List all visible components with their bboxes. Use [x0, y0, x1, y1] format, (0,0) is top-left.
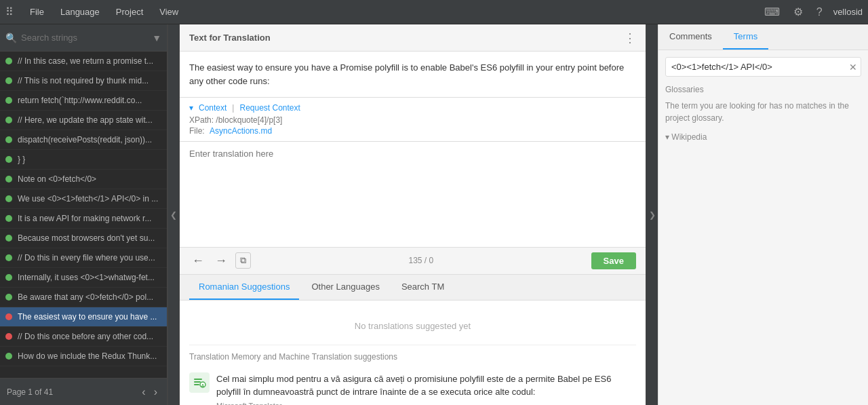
list-item-label: // Do this in every file where you use..…	[18, 253, 155, 263]
file-link[interactable]: AsyncActions.md	[210, 126, 272, 136]
wikipedia-section: ▾ Wikipedia	[665, 132, 861, 142]
tab-romanian-suggestions[interactable]: Romanian Suggestions	[189, 275, 299, 300]
no-suggestions-text: No translations suggested yet	[189, 307, 636, 345]
list-item[interactable]: Internally, it uses <0><1>whatwg-fet...	[0, 268, 167, 288]
list-item[interactable]: Because most browsers don't yet su...	[0, 229, 167, 248]
status-dot	[5, 195, 12, 202]
pagination-nav: ‹ ›	[139, 385, 160, 400]
status-dot	[5, 156, 12, 163]
list-item-label: Because most browsers don't yet su...	[18, 233, 155, 243]
tab-terms[interactable]: Terms	[723, 24, 768, 50]
tab-search-tm[interactable]: Search TM	[392, 275, 454, 300]
tm-suggestion-content: Cel mai simplu mod pentru a vă asigura c…	[216, 372, 636, 406]
grid-icon[interactable]: ⠿	[5, 5, 14, 18]
wikipedia-toggle[interactable]: ▾ Wikipedia	[665, 132, 861, 142]
list-item-label: // Do this once before any other cod...	[18, 332, 153, 341]
left-panel: 🔍 ▼ // In this case, we return a promise…	[0, 24, 167, 405]
list-item-label: // In this case, we return a promise t..…	[18, 56, 153, 66]
list-item[interactable]: How do we include the Redux Thunk...	[0, 347, 167, 366]
list-item-label: } }	[18, 155, 25, 164]
username: vellosid	[833, 7, 863, 17]
list-item[interactable]: // Do this in every file where you use..…	[0, 248, 167, 268]
glossaries-message: The term you are looking for has no matc…	[665, 100, 861, 124]
list-item[interactable]: It is a new API for making network r...	[0, 209, 167, 229]
list-item-label: Internally, it uses <0><1>whatwg-fet...	[18, 273, 155, 282]
next-string-button[interactable]: →	[212, 252, 230, 269]
xpath-line: XPath: /blockquote[4]/p[3]	[189, 115, 636, 125]
center-panel: Text for Translation ⋮ The easiest way t…	[180, 24, 646, 405]
tab-other-languages[interactable]: Other Languages	[302, 275, 389, 300]
help-icon[interactable]: ?	[814, 3, 825, 21]
menu-bar: ⠿ File Language Project View ⌨ ⚙ ? vello…	[0, 0, 868, 24]
left-footer: Page 1 of 41 ‹ ›	[0, 378, 167, 405]
collapse-left-button[interactable]: ❮	[167, 24, 180, 405]
prev-page-button[interactable]: ‹	[139, 385, 148, 400]
filter-icon[interactable]: ▼	[152, 33, 161, 43]
list-item[interactable]: dispatch(receivePosts(reddit, json))...	[0, 130, 167, 150]
list-item-label: The easiest way to ensure you have ...	[18, 312, 157, 322]
term-search-wrapper: ✕	[665, 57, 861, 77]
term-clear-button[interactable]: ✕	[849, 62, 857, 73]
search-bar: 🔍 ▼	[0, 24, 167, 52]
tm-suggestion-item[interactable]: A Cel mai simplu mod pentru a vă asigura…	[189, 367, 636, 406]
status-dot	[5, 117, 12, 123]
svg-rect-2	[194, 384, 199, 385]
list-item-label: Note on <0>fetch</0>	[18, 174, 96, 184]
list-item[interactable]: // Here, we update the app state wit...	[0, 111, 167, 130]
svg-text:A: A	[201, 383, 204, 387]
translation-input-area	[180, 142, 646, 248]
file-label: File:	[189, 126, 205, 136]
list-item-label: // This is not required by thunk mid...	[18, 76, 149, 85]
prev-string-button[interactable]: ←	[189, 252, 207, 269]
list-item-label: It is a new API for making network r...	[18, 214, 151, 223]
translation-header: Text for Translation ⋮	[180, 24, 646, 52]
menu-view[interactable]: View	[151, 3, 186, 21]
list-item[interactable]: // In this case, we return a promise t..…	[0, 52, 167, 71]
right-tabs: Comments Terms	[658, 24, 868, 50]
list-item-label: How do we include the Redux Thunk...	[18, 351, 157, 361]
list-item-label: dispatch(receivePosts(reddit, json))...	[18, 135, 152, 144]
search-input[interactable]	[21, 33, 152, 43]
list-item[interactable]: // Do this once before any other cod...	[0, 327, 167, 347]
toolbar-nav: ← → ⧉	[189, 252, 251, 269]
list-item[interactable]: Be aware that any <0>fetch</0> pol...	[0, 288, 167, 307]
page-label: Page 1 of 41	[7, 387, 53, 397]
context-toggle[interactable]: ▾	[189, 103, 193, 113]
right-panel: Comments Terms ✕ Glossaries The term you…	[658, 24, 868, 405]
source-text: The easiest way to ensure you have a Pro…	[180, 52, 646, 98]
tab-comments[interactable]: Comments	[658, 24, 723, 50]
list-item-label: // Here, we update the app state wit...	[18, 115, 153, 125]
settings-icon[interactable]: ⚙	[791, 3, 806, 21]
list-item[interactable]: return fetch(`http://www.reddit.co...	[0, 91, 167, 111]
term-search-input[interactable]	[665, 57, 861, 77]
context-link[interactable]: Context	[199, 103, 226, 113]
status-dot	[5, 313, 12, 320]
menu-language[interactable]: Language	[52, 3, 108, 21]
translation-header-title: Text for Translation	[189, 33, 271, 43]
translation-input[interactable]	[189, 149, 636, 189]
svg-rect-0	[194, 379, 202, 380]
menu-project[interactable]: Project	[108, 3, 151, 21]
status-dot	[5, 136, 12, 143]
more-options-button[interactable]: ⋮	[624, 31, 636, 45]
main-layout: 🔍 ▼ // In this case, we return a promise…	[0, 24, 868, 405]
copy-source-button[interactable]: ⧉	[235, 252, 251, 269]
tm-section-title: Translation Memory and Machine Translati…	[189, 345, 636, 367]
string-list: // In this case, we return a promise t..…	[0, 52, 167, 378]
request-context-link[interactable]: Request Context	[239, 103, 300, 113]
list-item[interactable]: Note on <0>fetch</0>	[0, 170, 167, 189]
status-dot	[5, 58, 12, 64]
list-item[interactable]: The easiest way to ensure you have ...	[0, 307, 167, 327]
suggestions-area: No translations suggested yet Translatio…	[180, 301, 646, 406]
next-page-button[interactable]: ›	[151, 385, 160, 400]
keyboard-icon[interactable]: ⌨	[762, 3, 783, 21]
status-dot	[5, 77, 12, 84]
menu-file[interactable]: File	[22, 3, 52, 21]
collapse-right-button[interactable]: ❯	[646, 24, 658, 405]
list-item[interactable]: } }	[0, 150, 167, 170]
suggestion-tabs: Romanian Suggestions Other Languages Sea…	[180, 275, 646, 301]
save-button[interactable]: Save	[591, 252, 636, 269]
list-item[interactable]: // This is not required by thunk mid...	[0, 71, 167, 91]
tm-suggestion-source: Microsoft Translator	[216, 402, 636, 406]
list-item[interactable]: We use <0><1>fetch</1> API</0> in ...	[0, 189, 167, 209]
